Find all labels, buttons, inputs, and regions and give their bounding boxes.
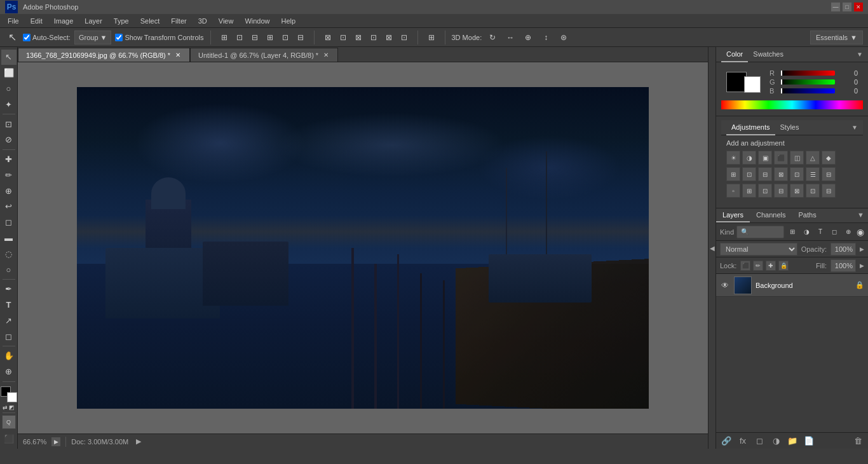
blend-mode-select[interactable]: Normal: [720, 243, 797, 256]
layer-style-button[interactable]: fx: [736, 435, 749, 447]
dodge-tool-button[interactable]: ○: [1, 262, 17, 277]
marquee-tool-button[interactable]: ⬜: [1, 65, 17, 81]
panel-collapse-button[interactable]: ◀: [708, 47, 715, 449]
styles-tab[interactable]: Styles: [775, 120, 804, 135]
eraser-tool-button[interactable]: ◻: [1, 215, 17, 230]
exposure-icon[interactable]: ⬛: [774, 151, 788, 165]
3d-slide-icon[interactable]: ⊛: [557, 31, 571, 44]
black-white-icon[interactable]: ⊞: [726, 167, 740, 181]
menu-help[interactable]: Help: [276, 16, 301, 26]
menu-file[interactable]: File: [3, 16, 24, 26]
3d-pan-icon[interactable]: ↔: [503, 31, 517, 44]
swap-colors-icon[interactable]: ⇄: [3, 404, 8, 411]
filter-toggle-icon[interactable]: ◉: [857, 227, 864, 237]
maximize-button[interactable]: □: [843, 3, 851, 11]
menu-view[interactable]: View: [214, 16, 239, 26]
lasso-tool-button[interactable]: ○: [1, 81, 17, 97]
paths-tab[interactable]: Paths: [792, 208, 823, 222]
hand-tool-button[interactable]: ✋: [1, 348, 17, 364]
3d-orbit-icon[interactable]: ⊕: [521, 31, 535, 44]
lock-pixels-icon[interactable]: ✏: [753, 261, 763, 271]
new-group-button[interactable]: 📁: [786, 435, 799, 447]
adjustments-panel-collapse-icon[interactable]: ▼: [851, 124, 858, 131]
adjustment-filter-icon[interactable]: ◑: [801, 226, 812, 238]
group-dropdown[interactable]: Group ▼: [74, 31, 111, 44]
close-button[interactable]: ✕: [854, 3, 863, 11]
show-transform-input[interactable]: [115, 34, 123, 41]
align-vert-center-icon[interactable]: ⊡: [233, 31, 247, 44]
color-swatches[interactable]: [1, 386, 17, 403]
adjustment-extra-icon[interactable]: ⊟: [822, 184, 836, 198]
align-bottom-icon[interactable]: ⊟: [248, 31, 262, 44]
lock-all-icon[interactable]: 🔒: [778, 261, 789, 271]
swatches-tab[interactable]: Swatches: [748, 47, 789, 62]
solid-color-icon[interactable]: ⊡: [758, 184, 772, 198]
adjustments-tab[interactable]: Adjustments: [726, 120, 775, 135]
gradient-tool-button[interactable]: ▬: [1, 231, 17, 246]
layers-search-box[interactable]: 🔍: [736, 226, 784, 238]
threshold-icon[interactable]: ⊟: [822, 167, 836, 181]
new-adjustment-layer-button[interactable]: ◑: [770, 435, 782, 447]
shape-filter-icon[interactable]: ◻: [829, 226, 840, 238]
tab-2-close[interactable]: ✕: [322, 51, 330, 59]
default-colors-icon[interactable]: ◩: [9, 404, 15, 411]
menu-3d[interactable]: 3D: [193, 16, 212, 26]
auto-align-button[interactable]: ⊞: [424, 31, 438, 44]
curves-icon[interactable]: ▣: [758, 151, 772, 165]
tab-1[interactable]: 1366_768_291069949.jpg @ 66.7% (RGB/8) *…: [18, 48, 190, 62]
minimize-button[interactable]: —: [831, 3, 840, 11]
blur-tool-button[interactable]: ◌: [1, 246, 17, 261]
tab-1-close[interactable]: ✕: [174, 51, 182, 59]
background-color-swatch[interactable]: [7, 392, 17, 402]
opacity-value[interactable]: 100%: [831, 243, 856, 256]
distribute-bottom-icon[interactable]: ⊠: [351, 31, 365, 44]
add-mask-button[interactable]: ◻: [753, 435, 766, 447]
lock-position-icon[interactable]: ✚: [766, 261, 776, 271]
link-layers-button[interactable]: 🔗: [720, 435, 733, 447]
history-brush-tool-button[interactable]: ↩: [1, 199, 17, 214]
hue-saturation-icon[interactable]: △: [806, 151, 820, 165]
vibrance-icon[interactable]: ◫: [790, 151, 804, 165]
green-slider[interactable]: [781, 79, 835, 85]
eyedropper-tool-button[interactable]: ⊘: [1, 132, 17, 147]
channels-tab[interactable]: Channels: [750, 208, 792, 222]
essentials-dropdown[interactable]: Essentials ▼: [810, 31, 863, 44]
zoom-tool-button[interactable]: ⊕: [1, 364, 17, 379]
color-panel-collapse-icon[interactable]: ▼: [857, 51, 863, 58]
layer-item-background[interactable]: 👁 Background 🔒: [716, 274, 868, 297]
fill-value[interactable]: 100%: [831, 259, 856, 272]
layers-tab[interactable]: Layers: [716, 208, 750, 222]
posterize-icon[interactable]: ☰: [806, 167, 820, 181]
menu-edit[interactable]: Edit: [25, 16, 48, 26]
align-left-icon[interactable]: ⊞: [263, 31, 277, 44]
magic-wand-tool-button[interactable]: ✦: [1, 97, 17, 112]
menu-filter[interactable]: Filter: [166, 16, 191, 26]
menu-layer[interactable]: Layer: [79, 16, 107, 26]
gradient-map-icon[interactable]: ▫: [726, 184, 740, 198]
layer-visibility-icon[interactable]: 👁: [720, 280, 730, 290]
titlebar-controls[interactable]: — □ ✕: [831, 3, 863, 11]
brush-tool-button[interactable]: ✏: [1, 167, 17, 182]
quick-mask-button[interactable]: Q: [2, 415, 16, 429]
show-transform-checkbox[interactable]: Show Transform Controls: [115, 34, 203, 41]
distribute-left-icon[interactable]: ⊡: [367, 31, 381, 44]
align-top-icon[interactable]: ⊞: [217, 31, 231, 44]
shape-tool-button[interactable]: ◻: [1, 329, 17, 344]
layers-panel-collapse-icon[interactable]: ▼: [853, 208, 868, 222]
color-balance-icon[interactable]: ◆: [822, 151, 836, 165]
3d-dolly-icon[interactable]: ↕: [539, 31, 553, 44]
tab-2[interactable]: Untitled-1 @ 66.7% (Layer 4, RGB/8) * ✕: [190, 48, 338, 62]
smart-filter-icon[interactable]: ⊕: [843, 226, 854, 238]
pattern-fill-icon[interactable]: ⊠: [790, 184, 804, 198]
blue-slider[interactable]: [781, 88, 835, 93]
zoom-arrow-button[interactable]: ▶: [51, 437, 60, 446]
menu-type[interactable]: Type: [109, 16, 134, 26]
crop-tool-button[interactable]: ⊡: [1, 116, 17, 132]
invert-icon[interactable]: ⊡: [790, 167, 804, 181]
auto-select-input[interactable]: [23, 34, 31, 41]
menu-image[interactable]: Image: [49, 16, 79, 26]
healing-tool-button[interactable]: ✚: [1, 152, 17, 167]
distribute-vert-icon[interactable]: ⊡: [336, 31, 350, 44]
align-horiz-center-icon[interactable]: ⊡: [278, 31, 292, 44]
red-slider[interactable]: [781, 71, 835, 76]
